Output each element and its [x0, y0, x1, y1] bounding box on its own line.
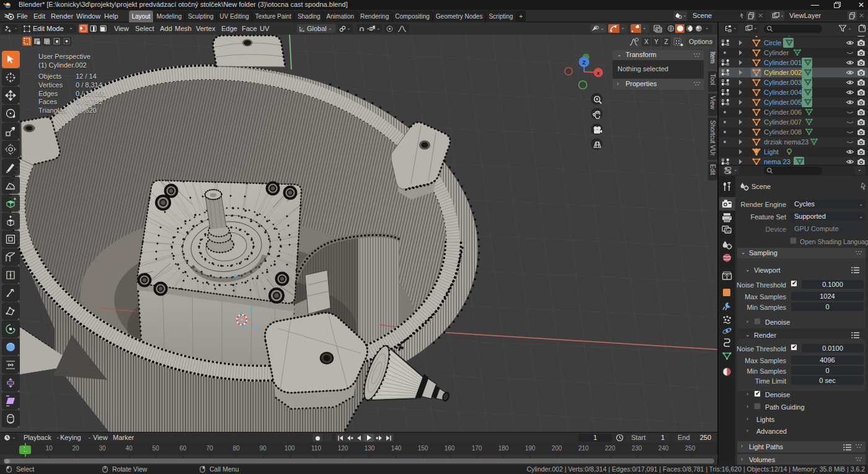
svg-text:Z: Z [582, 59, 586, 66]
svg-text:X: X [596, 71, 600, 76]
